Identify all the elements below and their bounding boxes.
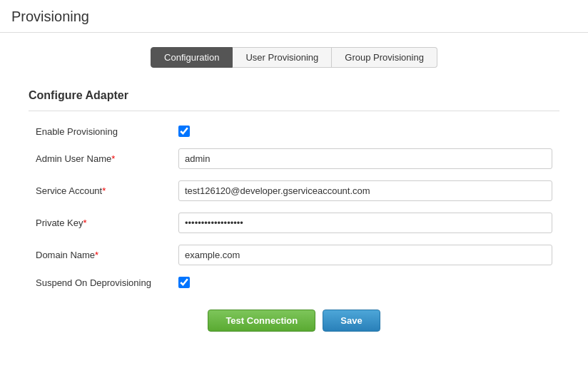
tab-configuration[interactable]: Configuration <box>151 47 233 68</box>
tab-user-provisioning[interactable]: User Provisioning <box>233 47 332 68</box>
section-title: Configure Adapter <box>29 89 559 102</box>
page-title: Provisioning <box>11 9 577 25</box>
service-account-input[interactable] <box>178 180 552 201</box>
admin-username-required: * <box>111 153 115 164</box>
service-account-required: * <box>102 185 106 196</box>
enable-provisioning-label: Enable Provisioning <box>36 126 178 137</box>
enable-provisioning-row: Enable Provisioning <box>29 126 559 137</box>
domain-name-label: Domain Name* <box>36 250 178 260</box>
tab-group-provisioning[interactable]: Group Provisioning <box>332 47 437 68</box>
private-key-input[interactable] <box>178 213 552 233</box>
domain-name-row: Domain Name* <box>29 245 559 265</box>
private-key-row: Private Key* <box>29 213 559 233</box>
service-account-row: Service Account* <box>29 180 559 201</box>
suspend-checkbox[interactable] <box>178 277 190 288</box>
action-buttons: Test Connection Save <box>29 310 559 332</box>
admin-username-row: Admin User Name* <box>29 148 559 169</box>
private-key-label: Private Key* <box>36 218 178 228</box>
service-account-label: Service Account* <box>36 185 178 196</box>
test-connection-button[interactable]: Test Connection <box>208 310 315 332</box>
suspend-row: Suspend On Deprovisioning <box>29 277 559 288</box>
admin-username-input[interactable] <box>178 148 552 169</box>
enable-provisioning-checkbox[interactable] <box>178 126 190 137</box>
tab-bar: Configuration User Provisioning Group Pr… <box>29 47 559 68</box>
suspend-label: Suspend On Deprovisioning <box>36 277 178 288</box>
admin-username-label: Admin User Name* <box>36 153 178 164</box>
save-button[interactable]: Save <box>323 310 380 332</box>
domain-name-input[interactable] <box>178 245 552 265</box>
section-divider <box>29 111 559 111</box>
private-key-required: * <box>83 218 86 228</box>
domain-name-required: * <box>95 250 98 260</box>
